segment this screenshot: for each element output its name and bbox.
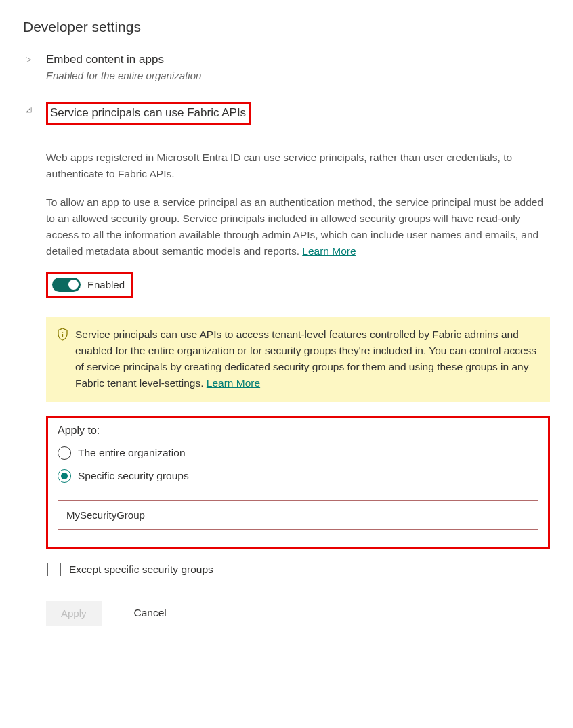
highlight-box: Apply to: The entire organization Specif… [46, 416, 550, 549]
radio-label: Specific security groups [78, 470, 189, 482]
radio-entire-org[interactable]: The entire organization [58, 446, 538, 460]
setting-title: Service principals can use Fabric APIs [50, 106, 246, 119]
cancel-button[interactable]: Cancel [130, 606, 171, 620]
enabled-toggle[interactable] [52, 278, 81, 292]
info-banner: Service principals can use APIs to acces… [46, 317, 550, 402]
apply-to-label: Apply to: [58, 425, 538, 437]
radio-label: The entire organization [78, 447, 186, 459]
checkbox-icon [47, 563, 61, 576]
learn-more-link[interactable]: Learn More [302, 245, 356, 257]
checkbox-label: Except specific security groups [69, 563, 213, 576]
section-title: Developer settings [23, 19, 550, 35]
svg-rect-1 [62, 334, 63, 337]
info-text: Service principals can use APIs to acces… [75, 326, 538, 391]
toggle-knob [68, 280, 79, 290]
description-paragraph: To allow an app to use a service princip… [46, 194, 550, 259]
chevron-right-icon: ▷ [26, 55, 35, 64]
security-group-input[interactable] [58, 500, 538, 530]
except-groups-checkbox-row[interactable]: Except specific security groups [47, 563, 550, 576]
highlight-box: Enabled [46, 272, 133, 298]
setting-subtitle: Enabled for the entire organization [46, 70, 550, 81]
svg-point-0 [62, 332, 64, 333]
radio-icon [58, 446, 71, 460]
chevron-down-icon: ◿ [26, 105, 35, 114]
setting-service-principals[interactable]: ◿ Service principals can use Fabric APIs [23, 102, 550, 125]
setting-embed-content[interactable]: ▷ Embed content in apps Enabled for the … [23, 51, 550, 81]
apply-button[interactable]: Apply [46, 601, 102, 626]
radio-specific-groups[interactable]: Specific security groups [58, 469, 538, 483]
setting-title: Embed content in apps [46, 51, 550, 68]
toggle-label: Enabled [87, 279, 125, 291]
highlight-box: Service principals can use Fabric APIs [46, 102, 251, 125]
learn-more-link[interactable]: Learn More [207, 377, 260, 389]
shield-icon [57, 328, 68, 391]
radio-icon [58, 469, 71, 483]
description-paragraph: Web apps registered in Microsoft Entra I… [46, 150, 550, 182]
